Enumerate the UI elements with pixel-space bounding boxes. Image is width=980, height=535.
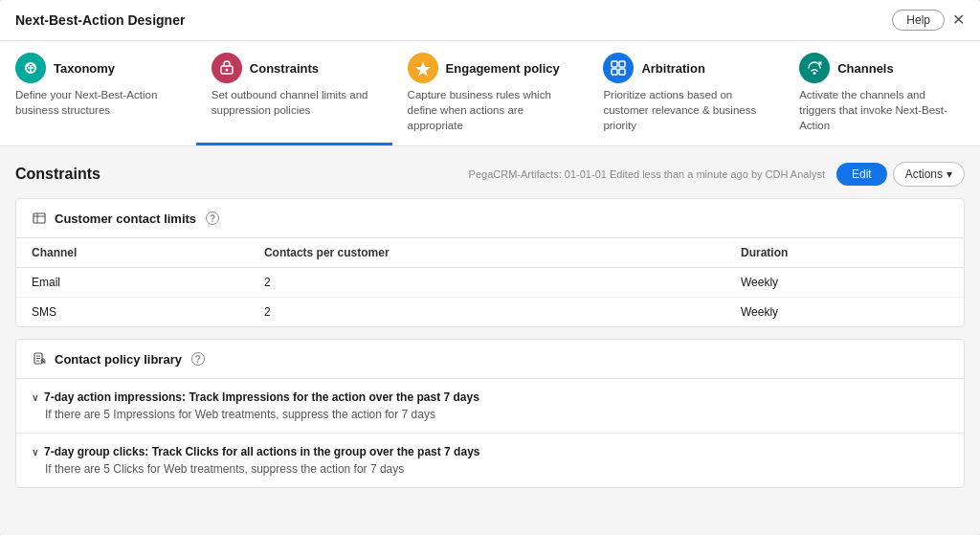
constraints-icon [212,53,242,83]
svg-point-1 [27,64,30,67]
svg-point-2 [33,64,35,67]
arbitration-desc: Prioritize actions based on customer rel… [603,87,768,133]
row2-contacts: 2 [249,298,725,327]
constraints-label: Constraints [250,61,319,76]
contact-limits-help-icon[interactable]: ? [206,212,219,225]
tile-header-arbitration: Arbitration [603,53,768,83]
nav-tile-constraints[interactable]: Constraints Set outbound channel limits … [196,41,392,145]
row1-duration: Weekly [725,268,964,298]
content-area: Constraints PegaCRM-Artifacts: 01-01-01 … [0,146,980,535]
contact-limits-header: Customer contact limits ? [16,199,964,238]
channels-label: Channels [837,61,894,76]
tile-header-taxonomy: Taxonomy [15,53,181,83]
app-title: Next-Best-Action Designer [15,12,185,28]
svg-point-5 [225,69,228,72]
svg-rect-9 [612,69,617,75]
tile-header-engagement: Engagement policy [408,53,573,83]
channels-icon [799,53,830,83]
engagement-desc: Capture business rules which define when… [408,87,573,133]
actions-chevron: ▾ [947,167,952,181]
row2-channel: SMS [16,298,249,327]
svg-point-11 [813,72,816,75]
svg-point-3 [30,71,33,74]
col-channel: Channel [16,238,249,268]
edit-button[interactable]: Edit [836,163,887,186]
nav-tile-channels[interactable]: Channels Activate the channels and trigg… [784,41,980,145]
tile-header-constraints: Constraints [212,53,377,83]
svg-rect-8 [619,61,625,67]
help-button[interactable]: Help [892,10,945,31]
row1-contacts: 2 [249,268,725,298]
section-header: Constraints PegaCRM-Artifacts: 01-01-01 … [15,162,965,187]
engagement-icon [408,53,438,83]
tile-header-channels: Channels [799,53,965,83]
nav-tiles: Taxonomy Define your Next-Best-Action bu… [0,41,980,146]
svg-marker-6 [415,61,431,77]
policy-title-text-2: 7-day group clicks: Track Clicks for all… [44,445,479,458]
svg-rect-10 [619,69,625,75]
policy-item-1: ∨ 7-day action impressions: Track Impres… [16,379,964,434]
constraints-desc: Set outbound channel limits and suppress… [212,87,377,118]
policy-chevron-1[interactable]: ∨ [32,392,38,403]
title-bar-actions: Help ✕ [892,10,965,31]
policy-library-title: Contact policy library [55,352,182,367]
taxonomy-label: Taxonomy [54,61,115,76]
contact-limits-card: Customer contact limits ? Channel Contac… [15,198,965,327]
row2-duration: Weekly [725,298,964,327]
engagement-label: Engagement policy [446,61,560,76]
policy-library-help-icon[interactable]: ? [191,352,205,366]
policy-item-2: ∨ 7-day group clicks: Track Clicks for a… [16,434,964,487]
col-contacts: Contacts per customer [249,238,725,268]
policy-chevron-2[interactable]: ∨ [32,447,38,457]
policy-library-card: Contact policy library ? ∨ 7-day action … [15,339,965,488]
arbitration-label: Arbitration [641,61,704,76]
taxonomy-desc: Define your Next-Best-Action business st… [15,87,181,118]
policy-desc-2: If there are 5 Clicks for Web treatments… [32,462,948,476]
policy-library-icon [32,351,47,367]
channels-desc: Activate the channels and triggers that … [799,87,965,133]
section-actions: Edit Actions ▾ [836,162,965,187]
contact-limits-icon [32,211,47,226]
contact-limits-table: Channel Contacts per customer Duration E… [16,238,964,326]
section-meta: PegaCRM-Artifacts: 01-01-01 Edited less … [469,168,825,180]
svg-rect-12 [33,213,45,223]
nav-tile-arbitration[interactable]: Arbitration Prioritize actions based on … [588,41,784,145]
policy-title-text-1: 7-day action impressions: Track Impressi… [44,390,479,404]
taxonomy-icon [15,53,46,83]
policy-desc-1: If there are 5 Impressions for Web treat… [32,408,948,421]
table-row: SMS 2 Weekly [16,298,964,327]
close-button[interactable]: ✕ [952,12,965,28]
col-duration: Duration [725,238,964,268]
nav-tile-taxonomy[interactable]: Taxonomy Define your Next-Best-Action bu… [0,41,196,145]
table-row: Email 2 Weekly [16,268,964,298]
nav-tile-engagement[interactable]: Engagement policy Capture business rules… [392,41,589,145]
policy-library-header: Contact policy library ? [16,340,964,379]
title-bar: Next-Best-Action Designer Help ✕ [0,0,980,41]
section-title: Constraints [15,166,100,183]
main-window: Next-Best-Action Designer Help ✕ Taxon [0,0,980,535]
policy-title-1: ∨ 7-day action impressions: Track Impres… [32,390,948,404]
policy-title-2: ∨ 7-day group clicks: Track Clicks for a… [32,445,948,458]
contact-limits-title: Customer contact limits [55,212,196,226]
actions-label: Actions [905,167,943,181]
svg-rect-7 [612,61,617,67]
actions-button[interactable]: Actions ▾ [893,162,965,187]
arbitration-icon [603,53,634,83]
row1-channel: Email [16,268,249,298]
